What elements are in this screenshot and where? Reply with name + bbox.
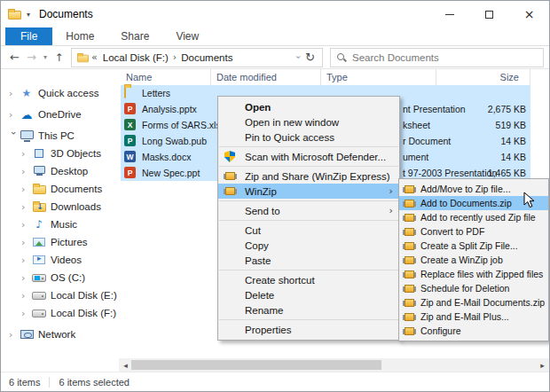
- sidebar-item-videos[interactable]: Videos: [1, 251, 119, 269]
- minimize-button[interactable]: [429, 1, 469, 27]
- sidebar-item-downloads[interactable]: Downloads: [1, 198, 119, 216]
- column-header-size[interactable]: Size: [436, 69, 530, 85]
- submenu-item-label: Convert to PDF: [420, 226, 484, 237]
- sidebar-item-label: OS (C:): [51, 272, 85, 283]
- menu-item-zip-and-share[interactable]: Zip and Share (WinZip Express): [218, 169, 399, 184]
- scroll-right-icon[interactable]: ▸: [536, 358, 549, 372]
- menu-item-copy[interactable]: Copy: [218, 238, 399, 253]
- sidebar-item-onedrive[interactable]: OneDrive: [1, 106, 119, 123]
- submenu-item-label: Add to recently used Zip file: [420, 212, 536, 223]
- sidebar-item-label: Downloads: [51, 201, 101, 212]
- submenu-item-zip-and-email-plus[interactable]: Zip and E-Mail Plus...: [399, 310, 548, 324]
- submenu-item-schedule-for-deletion[interactable]: Schedule for Deletion: [399, 281, 548, 295]
- horizontal-scrollbar[interactable]: ◂ ▸: [119, 358, 549, 372]
- chevron-right-icon[interactable]: [21, 219, 31, 231]
- search-box[interactable]: [330, 48, 544, 67]
- menu-item-delete[interactable]: Delete: [218, 287, 399, 302]
- chevron-right-icon[interactable]: [9, 109, 19, 121]
- close-icon: ×: [524, 7, 535, 21]
- sidebar-item-local-disk-f[interactable]: Local Disk (F:): [1, 304, 119, 322]
- menu-item-properties[interactable]: Properties: [218, 322, 399, 337]
- sidebar-item-os-c[interactable]: OS (C:): [1, 269, 119, 286]
- sidebar-item-network[interactable]: Network: [1, 325, 119, 343]
- submenu-item-zip-and-email-documents[interactable]: Zip and E-Mail Documents.zip: [399, 295, 548, 310]
- sidebar-item-label: OneDrive: [38, 109, 82, 120]
- menu-item-send-to[interactable]: Send to: [218, 203, 399, 218]
- chevron-right-icon[interactable]: [9, 88, 19, 99]
- folder-icon: [8, 11, 21, 20]
- menu-item-rename[interactable]: Rename: [218, 302, 399, 318]
- sidebar-item-quick-access[interactable]: Quick access: [1, 84, 119, 102]
- menu-item-paste[interactable]: Paste: [218, 253, 399, 268]
- winzip-icon: [405, 327, 414, 335]
- tab-view[interactable]: View: [162, 27, 212, 45]
- tab-home[interactable]: Home: [52, 27, 107, 45]
- chevron-right-icon[interactable]: [21, 290, 31, 302]
- breadcrumb-folder[interactable]: Documents: [177, 52, 236, 63]
- submenu-item-add-to-recent-zip[interactable]: Add to recently used Zip file: [399, 210, 548, 224]
- winzip-icon: [225, 172, 235, 180]
- column-header-name[interactable]: Name: [121, 69, 211, 85]
- sidebar-item-local-disk-e[interactable]: Local Disk (E:): [1, 286, 119, 304]
- submenu-item-configure[interactable]: Configure: [399, 324, 548, 338]
- address-bar: ← → ▾ ↑ « Local Disk (F:) › Documents › …: [1, 46, 549, 69]
- submenu-item-replace-with-zipped[interactable]: Replace files with Zipped files: [399, 267, 548, 281]
- chevron-right-icon[interactable]: [9, 329, 19, 341]
- submenu-item-create-split-zip[interactable]: Create a Split Zip File...: [399, 239, 548, 253]
- submenu-item-label: Create a Split Zip File...: [420, 240, 518, 251]
- submenu-item-create-winzip-job[interactable]: Create a WinZip job: [399, 253, 548, 267]
- sidebar-item-pictures[interactable]: Pictures: [1, 233, 119, 251]
- submenu-item-label: Add to Documents.zip: [420, 198, 512, 208]
- menu-item-label: Zip and Share (WinZip Express): [245, 171, 390, 182]
- chevron-right-icon[interactable]: [21, 237, 31, 248]
- close-button[interactable]: ×: [509, 1, 549, 27]
- sidebar-item-label: Local Disk (F:): [51, 308, 116, 318]
- picture-icon: [33, 238, 45, 247]
- menu-item-open-in-new-window[interactable]: Open in new window: [218, 114, 399, 129]
- maximize-button[interactable]: [469, 1, 509, 27]
- sidebar-item-3d-objects[interactable]: 3D Objects: [1, 145, 119, 162]
- forward-button[interactable]: →: [23, 48, 40, 67]
- chevron-right-icon[interactable]: [21, 308, 31, 319]
- refresh-icon[interactable]: ↻: [302, 51, 318, 64]
- file-name: Forms of SARS.xlsx: [142, 120, 225, 130]
- submenu-arrow-icon: [389, 185, 393, 197]
- menu-item-winzip[interactable]: WinZip: [218, 184, 399, 199]
- sidebar-item-music[interactable]: Music: [1, 216, 119, 233]
- chevron-right-icon[interactable]: [21, 148, 31, 160]
- tab-share[interactable]: Share: [107, 27, 162, 45]
- chevron-right-icon[interactable]: [21, 166, 31, 177]
- powerpoint-icon: P: [124, 167, 136, 178]
- quick-access-toolbar-arrow-icon[interactable]: ▾: [27, 11, 30, 19]
- scrollbar-thumb[interactable]: [131, 360, 381, 370]
- submenu-item-convert-to-pdf[interactable]: Convert to PDF: [399, 224, 548, 239]
- address-box[interactable]: « Local Disk (F:) › Documents › ↻: [71, 48, 323, 67]
- menu-item-pin-to-quick-access[interactable]: Pin to Quick access: [218, 129, 399, 145]
- menu-item-scan-with-defender[interactable]: Scan with Microsoft Defender...: [218, 149, 399, 164]
- tab-file[interactable]: File: [5, 27, 52, 45]
- sidebar-item-desktop[interactable]: Desktop: [1, 162, 119, 180]
- history-dropdown-icon[interactable]: ▾: [40, 48, 51, 67]
- up-button[interactable]: ↑: [51, 48, 67, 67]
- sidebar-item-label: This PC: [38, 130, 75, 141]
- scroll-left-icon[interactable]: ◂: [119, 358, 132, 372]
- chevron-down-icon[interactable]: [8, 131, 20, 141]
- sidebar-item-label: Network: [38, 329, 75, 340]
- chevron-right-icon[interactable]: [21, 255, 31, 266]
- column-header-date-modified[interactable]: Date modified: [211, 69, 321, 85]
- address-dropdown-icon[interactable]: ›: [294, 53, 303, 62]
- breadcrumb-overflow-icon[interactable]: «: [91, 51, 98, 63]
- chevron-right-icon[interactable]: [21, 184, 31, 195]
- chevron-right-icon[interactable]: [21, 272, 31, 284]
- column-header-type[interactable]: Type: [321, 69, 436, 85]
- breadcrumb-drive[interactable]: Local Disk (F:): [99, 52, 172, 63]
- sidebar-item-this-pc[interactable]: This PC: [1, 127, 119, 145]
- back-button[interactable]: ←: [6, 48, 23, 67]
- menu-item-open[interactable]: Open: [218, 99, 399, 114]
- menu-item-create-shortcut[interactable]: Create shortcut: [218, 272, 399, 287]
- publisher-icon: P: [124, 135, 136, 146]
- chevron-right-icon[interactable]: [21, 201, 31, 213]
- menu-item-cut[interactable]: Cut: [218, 223, 399, 238]
- sidebar-item-documents[interactable]: Documents: [1, 180, 119, 198]
- search-input[interactable]: [352, 52, 538, 63]
